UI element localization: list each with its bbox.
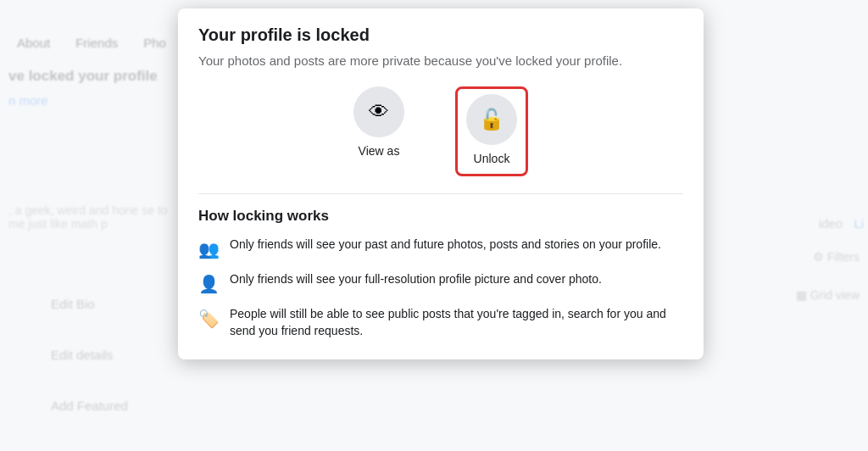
feature-list: 👥 Only friends will see your past and fu… (198, 237, 683, 339)
eye-icon: 👁 (369, 100, 389, 124)
how-locking-works-title: How locking works (198, 208, 683, 225)
unlock-action[interactable]: 🔓 Unlock (455, 86, 528, 176)
unlock-box: 🔓 Unlock (455, 86, 528, 176)
feature-item-tagged-posts: 🏷️ People will still be able to see publ… (198, 306, 683, 339)
view-as-icon-circle: 👁 (353, 86, 404, 137)
view-as-label: View as (359, 144, 400, 158)
unlock-icon: 🔓 (479, 108, 504, 131)
modal-subtitle: Your photos and posts are more private b… (198, 52, 683, 70)
actions-row: 👁 View as 🔓 Unlock (198, 86, 683, 176)
tag-icon: 🏷️ (198, 307, 220, 331)
feature-text-tagged-posts: People will still be able to see public … (230, 306, 683, 339)
feature-item-profile-picture: 👤 Only friends will see your full-resolu… (198, 271, 683, 296)
feature-text-friends-posts: Only friends will see your past and futu… (230, 237, 661, 253)
friends-icon: 👥 (198, 237, 220, 261)
profile-locked-modal: Your profile is locked Your photos and p… (178, 8, 704, 359)
profile-picture-icon: 👤 (198, 272, 220, 296)
divider (198, 193, 683, 194)
view-as-action[interactable]: 👁 View as (353, 86, 404, 176)
modal-title: Your profile is locked (198, 25, 683, 45)
feature-item-friends-posts: 👥 Only friends will see your past and fu… (198, 237, 683, 261)
unlock-icon-circle: 🔓 (466, 94, 517, 145)
unlock-label: Unlock (474, 152, 510, 165)
feature-text-profile-picture: Only friends will see your full-resoluti… (230, 271, 602, 288)
